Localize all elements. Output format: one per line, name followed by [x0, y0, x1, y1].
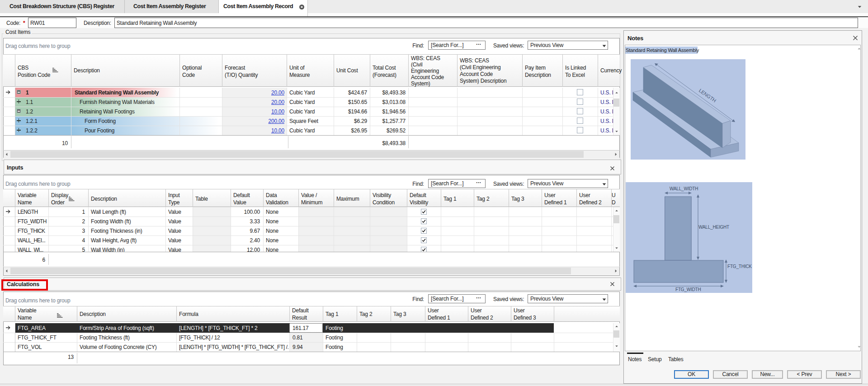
svg-text:WALL_WIDTH: WALL_WIDTH — [670, 186, 698, 191]
svg-text:WALL_HEIGHT: WALL_HEIGHT — [698, 225, 729, 230]
svg-text:FTG_THICK: FTG_THICK — [727, 264, 752, 269]
svg-text:FTG_WIDTH: FTG_WIDTH — [675, 287, 701, 292]
